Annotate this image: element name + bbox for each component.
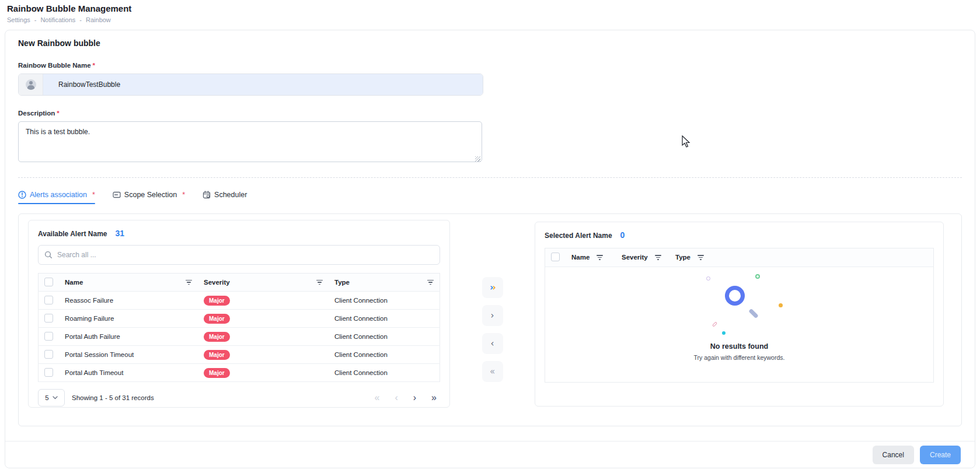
first-page-button[interactable]: «	[375, 393, 380, 402]
breadcrumb-item-rainbow[interactable]: Rainbow	[86, 16, 111, 23]
decoration-dot	[712, 321, 717, 327]
alert-name: Reassoc Failure	[65, 297, 113, 304]
alert-name: Roaming Failure	[65, 315, 114, 322]
empty-state-title: No results found	[710, 342, 768, 351]
person-icon	[26, 79, 36, 90]
decoration-dot	[755, 274, 760, 279]
table-row[interactable]: Portal Auth Timeout Major Client Connect…	[39, 364, 440, 382]
available-count: 31	[116, 229, 125, 238]
description-textarea[interactable]: This is a test bubble.	[18, 121, 482, 162]
bubble-name-input[interactable]	[43, 74, 483, 95]
card-heading: New Rainbow bubble	[18, 38, 962, 48]
severity-badge: Major	[204, 368, 230, 378]
search-box	[38, 245, 440, 265]
filter-icon[interactable]	[186, 280, 192, 285]
tab-scheduler[interactable]: Scheduler	[203, 191, 247, 204]
alert-type: Client Connection	[334, 315, 388, 322]
move-all-right-button[interactable]: ››	[482, 277, 503, 298]
severity-badge: Major	[204, 350, 230, 360]
cancel-button[interactable]: Cancel	[873, 446, 914, 464]
tab-bar: Alerts association * Scope Selection *	[18, 191, 962, 204]
row-checkbox[interactable]	[44, 332, 53, 341]
column-header-type: Type	[675, 254, 690, 261]
required-asterisk: *	[182, 191, 185, 199]
bubble-name-label: Rainbow Bubble Name*	[18, 62, 962, 69]
decoration-dot	[706, 276, 710, 281]
filter-icon[interactable]	[697, 255, 704, 260]
breadcrumb-separator: -	[79, 16, 82, 23]
new-bubble-card: New Rainbow bubble Rainbow Bubble Name* …	[5, 30, 975, 468]
empty-state: No results found Try again with differen…	[545, 273, 933, 361]
prev-page-button[interactable]: ‹	[395, 393, 397, 402]
filter-icon[interactable]	[597, 255, 603, 260]
alert-type: Client Connection	[334, 333, 388, 340]
available-table-body: Reassoc Failure Major Client Connection …	[39, 292, 440, 382]
alert-name: Portal Session Timeout	[65, 351, 134, 358]
form-footer: Cancel Create	[5, 441, 975, 468]
next-page-button[interactable]: ›	[413, 393, 416, 402]
table-row[interactable]: Reassoc Failure Major Client Connection	[39, 292, 440, 310]
user-addon	[19, 74, 43, 95]
bubble-name-input-group	[18, 73, 483, 96]
alert-name: Portal Auth Timeout	[65, 369, 123, 376]
table-row[interactable]: Portal Session Timeout Major Client Conn…	[39, 346, 440, 364]
row-checkbox[interactable]	[44, 314, 53, 323]
table-row[interactable]: Roaming Failure Major Client Connection	[39, 310, 440, 328]
page-size-select[interactable]: 5	[38, 389, 65, 407]
page-title: Rainbow Bubble Management	[7, 3, 973, 13]
pagination: 5 Showing 1 - 5 of 31 records « ‹ › »	[38, 389, 440, 407]
move-all-left-button[interactable]: «	[482, 361, 503, 382]
showing-records-text: Showing 1 - 5 of 31 records	[72, 394, 154, 401]
decoration-dot	[722, 331, 726, 335]
magnifier-handle	[748, 309, 759, 319]
table-header-row: Name Severity Type	[545, 248, 933, 267]
available-alerts-table: Name Severity Type Re	[38, 273, 440, 382]
magnifier-icon	[725, 286, 745, 306]
move-left-button[interactable]: ‹	[482, 333, 503, 354]
selected-alerts-panel: Selected Alert Name 0 Name Severity	[535, 222, 944, 407]
alert-circle-icon	[18, 191, 26, 199]
column-header-severity: Severity	[622, 254, 648, 261]
empty-state-subtitle: Try again with different keywords.	[694, 354, 785, 361]
breadcrumb-item-notifications[interactable]: Notifications	[40, 16, 75, 23]
selected-panel-title: Selected Alert Name 0	[545, 230, 934, 240]
column-header-name: Name	[571, 254, 590, 261]
filter-icon[interactable]	[655, 255, 661, 260]
alerts-association-panel: Available Alert Name 31 Name	[18, 213, 962, 426]
move-right-button[interactable]: ›	[482, 305, 503, 326]
alert-type: Client Connection	[334, 369, 388, 376]
severity-badge: Major	[204, 296, 230, 306]
filter-icon[interactable]	[427, 280, 434, 285]
filter-icon[interactable]	[316, 280, 323, 285]
breadcrumb: Settings - Notifications - Rainbow	[7, 16, 973, 23]
required-asterisk: *	[57, 110, 59, 117]
no-results-illustration	[690, 273, 789, 334]
breadcrumb-item-settings[interactable]: Settings	[7, 16, 30, 23]
row-checkbox[interactable]	[44, 350, 53, 359]
row-checkbox[interactable]	[44, 296, 53, 304]
tab-alerts-association[interactable]: Alerts association *	[18, 191, 95, 204]
search-icon	[44, 251, 53, 259]
create-button[interactable]: Create	[920, 446, 961, 464]
table-row[interactable]: Portal Auth Failure Major Client Connect…	[39, 328, 440, 346]
row-checkbox[interactable]	[44, 368, 53, 377]
decoration-dot	[779, 303, 783, 307]
severity-badge: Major	[204, 314, 230, 324]
required-asterisk: *	[93, 62, 95, 69]
calendar-icon	[203, 191, 211, 199]
chevron-down-icon	[53, 396, 58, 400]
tab-scope-selection[interactable]: Scope Selection *	[113, 191, 185, 204]
last-page-button[interactable]: »	[431, 393, 437, 402]
select-all-checkbox[interactable]	[551, 253, 560, 261]
column-header-type: Type	[334, 279, 350, 286]
description-label: Description*	[18, 110, 962, 117]
severity-badge: Major	[204, 332, 230, 342]
column-header-name: Name	[65, 279, 83, 286]
selected-count: 0	[620, 230, 625, 240]
required-asterisk: *	[92, 191, 95, 199]
alert-type: Client Connection	[334, 297, 388, 304]
column-header-severity: Severity	[204, 279, 230, 286]
select-all-checkbox[interactable]	[44, 278, 53, 286]
alert-name: Portal Auth Failure	[65, 333, 120, 340]
search-input[interactable]	[57, 251, 434, 259]
